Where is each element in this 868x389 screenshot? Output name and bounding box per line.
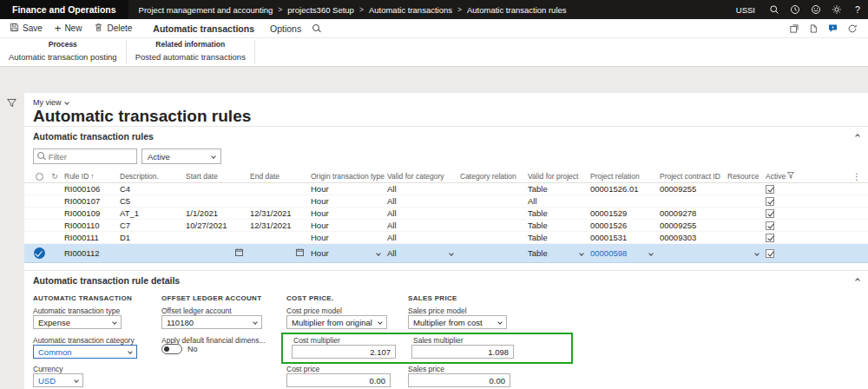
active-checkbox[interactable] bbox=[766, 221, 774, 230]
grid-cell-valid_for_category[interactable]: All bbox=[385, 220, 458, 231]
automatic-transaction-posting-button[interactable]: Automatic transaction posting bbox=[9, 52, 117, 62]
grid-cell-valid_for_project[interactable]: All bbox=[526, 195, 589, 207]
breadcrumb-item[interactable]: Project management and accounting bbox=[139, 5, 273, 15]
grid-options-icon[interactable]: ⋮ bbox=[851, 170, 868, 182]
grid-cell-valid_for_category[interactable]: All bbox=[385, 208, 458, 219]
grid-cell-end_date[interactable] bbox=[248, 232, 309, 243]
filter-pane-toggle-icon[interactable] bbox=[6, 96, 17, 112]
chevron-down-icon[interactable] bbox=[579, 251, 584, 256]
chevron-down-icon[interactable] bbox=[754, 251, 760, 256]
row-select-checkbox[interactable] bbox=[31, 183, 47, 194]
row-select-checkbox[interactable] bbox=[31, 220, 47, 231]
table-row[interactable]: RI000106C4HourAllTable00001526.010000925… bbox=[24, 183, 868, 195]
grid-cell-rule_id[interactable]: RI000109 bbox=[62, 208, 118, 219]
grid-cell-end_date[interactable] bbox=[248, 244, 309, 262]
messages-icon[interactable] bbox=[827, 23, 838, 34]
table-row[interactable]: RI000111D1HourAllTable0000153100009303 bbox=[24, 232, 868, 244]
grid-cell-project_relation[interactable]: 00001529 bbox=[589, 208, 658, 219]
grid-cell-project_contract_id[interactable] bbox=[658, 244, 726, 262]
grid-cell-category_relation[interactable] bbox=[458, 195, 526, 207]
grid-cell-project_contract_id[interactable] bbox=[658, 195, 726, 207]
grid-cell-valid_for_project[interactable]: Table bbox=[526, 208, 589, 219]
attachments-icon[interactable] bbox=[808, 23, 819, 34]
grid-cell-description[interactable] bbox=[118, 244, 184, 262]
grid-cell-active[interactable] bbox=[764, 220, 814, 231]
chevron-down-icon[interactable] bbox=[376, 251, 381, 256]
new-button[interactable]: + New bbox=[49, 19, 89, 37]
offset-ledger-account-select[interactable]: 110180 bbox=[161, 315, 262, 329]
column-header-end_date[interactable]: End date bbox=[248, 170, 309, 182]
sales-price-input[interactable]: 0.00 bbox=[408, 373, 510, 387]
grid-cell-description[interactable]: C7 bbox=[118, 220, 184, 231]
calendar-icon[interactable] bbox=[235, 248, 243, 258]
grid-cell-start_date[interactable] bbox=[184, 183, 248, 194]
breadcrumb-item[interactable]: Automatic transaction rules bbox=[467, 5, 567, 15]
table-row[interactable]: RI000109AT_11/1/202112/31/2021HourAllTab… bbox=[24, 208, 868, 220]
row-select-checkbox[interactable] bbox=[31, 244, 47, 262]
grid-cell-start_date[interactable] bbox=[184, 195, 248, 207]
delete-button[interactable]: Delete bbox=[88, 19, 138, 37]
refresh-icon[interactable] bbox=[847, 23, 858, 34]
grid-cell-start_date[interactable]: 1/1/2021 bbox=[184, 208, 248, 219]
grid-cell-rule_id[interactable]: RI000112 bbox=[62, 244, 118, 262]
grid-cell-resource[interactable] bbox=[726, 244, 764, 262]
grid-cell-description[interactable]: D1 bbox=[118, 232, 184, 243]
grid-cell-valid_for_project[interactable]: Table bbox=[526, 220, 589, 231]
breadcrumb-item[interactable]: projects360 Setup bbox=[287, 5, 354, 15]
active-checkbox[interactable] bbox=[766, 234, 774, 242]
calendar-icon[interactable] bbox=[296, 248, 304, 258]
select-all-checkbox[interactable] bbox=[31, 170, 47, 182]
grid-cell-project_contract_id[interactable]: 00009255 bbox=[658, 220, 726, 231]
grid-cell-valid_for_project[interactable]: Table bbox=[526, 183, 589, 194]
grid-cell-origin_transaction_type[interactable]: Hour bbox=[309, 195, 385, 207]
grid-cell-start_date[interactable] bbox=[184, 244, 248, 262]
search-icon[interactable] bbox=[764, 0, 785, 19]
grid-cell-active[interactable] bbox=[764, 195, 814, 207]
fasttab-rule-details[interactable]: Automatic transaction rule details bbox=[24, 270, 868, 289]
breadcrumb-item[interactable]: Automatic transactions bbox=[369, 5, 452, 15]
grid-cell-origin_transaction_type[interactable]: Hour bbox=[309, 232, 385, 243]
grid-cell-active[interactable] bbox=[764, 244, 814, 262]
chevron-down-icon[interactable] bbox=[449, 251, 454, 256]
feedback-smiley-icon[interactable] bbox=[806, 0, 826, 19]
posted-automatic-transactions-button[interactable]: Posted automatic transactions bbox=[135, 52, 246, 62]
grid-cell-category_relation[interactable] bbox=[458, 232, 526, 243]
grid-cell-resource[interactable] bbox=[726, 220, 764, 231]
grid-cell-valid_for_category[interactable]: All bbox=[385, 183, 458, 194]
grid-cell-description[interactable]: C4 bbox=[118, 183, 184, 194]
tab-automatic-transactions[interactable]: Automatic transactions bbox=[145, 19, 262, 37]
grid-cell-end_date[interactable]: 12/31/2021 bbox=[248, 220, 309, 231]
currency-select[interactable]: USD bbox=[33, 373, 83, 387]
open-in-new-window-icon[interactable] bbox=[789, 23, 799, 34]
column-header-project_relation[interactable]: Project relation bbox=[589, 170, 658, 182]
app-name[interactable]: Finance and Operations bbox=[0, 0, 128, 19]
active-checkbox[interactable] bbox=[766, 185, 774, 194]
cost-price-input[interactable]: 0.00 bbox=[286, 373, 391, 387]
grid-cell-valid_for_project[interactable]: Table bbox=[526, 244, 589, 262]
grid-cell-resource[interactable] bbox=[726, 195, 764, 207]
grid-cell-active[interactable] bbox=[764, 232, 814, 243]
table-row[interactable]: RI000110C710/27/202112/31/2021HourAllTab… bbox=[24, 220, 868, 232]
row-select-checkbox[interactable] bbox=[31, 208, 47, 219]
grid-cell-origin_transaction_type[interactable]: Hour bbox=[309, 208, 385, 219]
column-header-origin_transaction_type[interactable]: Origin transaction type bbox=[309, 170, 385, 182]
row-select-checkbox[interactable] bbox=[31, 232, 47, 243]
grid-cell-resource[interactable] bbox=[726, 208, 764, 219]
grid-cell-project_contract_id[interactable]: 00009278 bbox=[658, 208, 726, 219]
grid-cell-valid_for_category[interactable]: All bbox=[385, 232, 458, 243]
grid-cell-project_relation[interactable] bbox=[589, 195, 658, 207]
table-row[interactable]: RI000112HourAllTable00000598 bbox=[24, 244, 868, 263]
grid-cell-category_relation[interactable] bbox=[458, 183, 526, 194]
grid-cell-project_relation[interactable]: 00000598 bbox=[589, 244, 658, 262]
active-checkbox[interactable] bbox=[766, 197, 774, 206]
active-checkbox[interactable] bbox=[766, 209, 774, 218]
grid-cell-resource[interactable] bbox=[726, 232, 764, 243]
view-selector[interactable]: My view bbox=[33, 98, 69, 107]
grid-cell-end_date[interactable] bbox=[248, 195, 309, 207]
settings-gear-icon[interactable] bbox=[826, 0, 847, 19]
sales-price-model-select[interactable]: Multiplier from cost bbox=[408, 315, 507, 329]
grid-cell-project_relation[interactable]: 00001526.01 bbox=[589, 183, 658, 194]
grid-cell-rule_id[interactable]: RI000110 bbox=[62, 220, 118, 231]
action-search-icon[interactable] bbox=[312, 24, 321, 33]
grid-cell-origin_transaction_type[interactable]: Hour bbox=[309, 244, 385, 262]
